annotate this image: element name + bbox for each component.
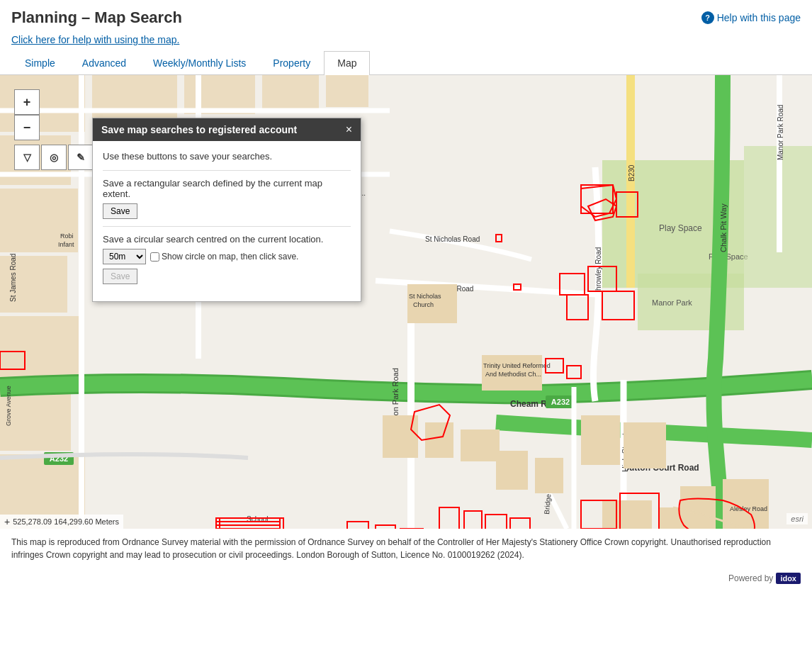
page-title: Planning – Map Search (11, 9, 182, 27)
svg-rect-11 (326, 75, 368, 107)
help-icon: ? (701, 11, 714, 24)
svg-rect-5 (0, 316, 81, 383)
footer-text: This map is reproduced from Ordnance Sur… (0, 529, 812, 568)
svg-rect-66 (602, 500, 652, 529)
svg-text:Manor Park Road: Manor Park Road (777, 105, 784, 160)
svg-text:Alesley Road: Alesley Road (730, 505, 767, 512)
svg-text:St Nicholas Road: St Nicholas Road (425, 235, 480, 243)
circular-search-label: Save a circular search centred on the cu… (103, 234, 351, 245)
coords-plus[interactable]: + (4, 516, 10, 527)
svg-rect-62 (496, 451, 528, 490)
svg-text:Throwley Road: Throwley Road (594, 247, 602, 295)
svg-rect-10 (262, 75, 319, 111)
map-help-anchor[interactable]: Click here for help with using the map. (11, 34, 179, 45)
svg-text:St Nicholas: St Nicholas (409, 293, 441, 300)
save-popup: Save map searches to registered account … (92, 118, 361, 302)
svg-rect-65 (624, 422, 666, 468)
coordinates-bar: + 525,278.09 164,299.60 Meters (0, 515, 123, 529)
save-popup-body: Use these buttons to save your searches.… (93, 141, 361, 301)
save-popup-title: Save map searches to registered account (101, 124, 297, 135)
help-link[interactable]: ? Help with this page (701, 11, 801, 24)
svg-rect-69 (723, 479, 769, 529)
page-header: Planning – Map Search ? Help with this p… (0, 0, 812, 31)
svg-text:Manor Park: Manor Park (652, 298, 692, 307)
svg-rect-63 (535, 458, 563, 493)
search-circle-button[interactable]: ◎ (41, 145, 67, 170)
svg-text:Chalk Pit Way: Chalk Pit Way (719, 203, 728, 252)
svg-text:Play Space: Play Space (659, 223, 702, 233)
svg-text:Grove Avenue: Grove Avenue (5, 386, 12, 426)
rect-search-label: Save a rectangular search defined by the… (103, 178, 351, 199)
svg-text:Robi: Robi (60, 232, 74, 240)
svg-rect-61 (461, 429, 500, 461)
tab-weekly[interactable]: Weekly/Monthly Lists (140, 51, 259, 74)
filter-button[interactable]: ▽ (14, 145, 40, 170)
svg-text:Infant: Infant (58, 241, 74, 248)
rect-save-button[interactable]: Save (103, 203, 137, 219)
map-help-link-container: Click here for help with using the map. (0, 31, 812, 51)
powered-by: Powered by idox (0, 568, 812, 591)
save-popup-close-button[interactable]: × (346, 124, 352, 135)
tabs-nav: Simple Advanced Weekly/Monthly Lists Pro… (0, 51, 812, 75)
svg-rect-60 (425, 422, 453, 458)
rect-search-section: Save a rectangular search defined by the… (103, 170, 351, 219)
map-toolbar: + − ▽ ◎ ✎ (14, 89, 94, 170)
tab-property[interactable]: Property (259, 51, 324, 74)
show-circle-label[interactable]: Show circle on map, then click save. (150, 252, 298, 262)
tab-map[interactable]: Map (324, 51, 370, 75)
svg-text:B230: B230 (628, 164, 636, 181)
tab-advanced[interactable]: Advanced (69, 51, 140, 74)
svg-rect-64 (581, 415, 620, 465)
svg-rect-68 (680, 486, 716, 529)
edit-button[interactable]: ✎ (68, 145, 94, 170)
tab-simple[interactable]: Simple (11, 51, 69, 74)
idox-badge: idox (776, 573, 801, 584)
circular-save-button[interactable]: Save (103, 269, 137, 284)
circular-search-section: Save a circular search centred on the cu… (103, 226, 351, 284)
save-popup-header: Save map searches to registered account … (93, 118, 361, 141)
save-popup-intro: Use these buttons to save your searches. (103, 151, 351, 162)
coordinates-value: 525,278.09 164,299.60 Meters (13, 517, 119, 526)
map-container: Play Space Play Space Manor Park Sutton … (0, 75, 812, 529)
esri-watermark: esri (786, 513, 808, 524)
svg-text:And Methodist Ch...: And Methodist Ch... (485, 371, 541, 378)
svg-text:Church: Church (413, 301, 434, 308)
svg-text:St James Road: St James Road (9, 254, 17, 302)
zoom-in-button[interactable]: + (14, 89, 40, 115)
show-circle-checkbox[interactable] (150, 252, 159, 262)
zoom-out-button[interactable]: − (14, 115, 40, 140)
circular-radius-select[interactable]: 50m 100m 200m 500m 1km (103, 249, 146, 264)
svg-text:Trinity United Reformed: Trinity United Reformed (483, 362, 551, 369)
svg-text:A232: A232 (551, 398, 570, 406)
